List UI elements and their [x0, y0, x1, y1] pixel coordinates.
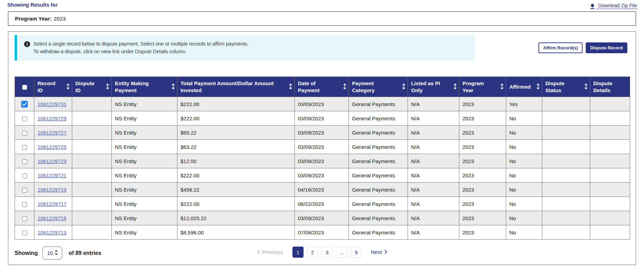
table-row: 1061229719NS Entity$456.2204/16/2023Gene… — [15, 183, 630, 197]
column-label: Listed as PI Only — [411, 80, 442, 94]
category-cell: General Payments — [349, 154, 408, 168]
column-label: Affirmed — [509, 83, 531, 90]
category-cell: General Payments — [349, 225, 408, 240]
previous-label[interactable]: Previous — [262, 249, 283, 255]
sort-icon[interactable] — [402, 83, 405, 90]
download-zip-link[interactable]: Download Zip File — [590, 2, 637, 10]
program-year-cell: 2023 — [459, 211, 506, 225]
pi-only-cell: N/A — [408, 140, 459, 154]
program-year-value: 2023 — [54, 16, 66, 22]
column-header-program-year[interactable]: Program Year — [459, 77, 506, 97]
page-size-stepper[interactable]: 10 — [42, 247, 62, 259]
affirm-records-button[interactable]: Affirm Record(s) — [538, 42, 583, 53]
stepper-arrows-icon[interactable] — [55, 250, 58, 256]
record-id-link[interactable]: 1061229727 — [37, 130, 66, 136]
column-label: Dispute Status — [545, 80, 568, 94]
dispute-record-button[interactable]: Dispute Record — [586, 42, 627, 53]
program-year-label: Program Year: — [15, 16, 52, 22]
column-header-inner: Date of Payment — [298, 80, 346, 94]
checkbox-cell — [15, 197, 34, 211]
checkbox-cell — [15, 154, 34, 168]
record-id-cell: 1061229723 — [34, 154, 72, 168]
column-header-inner: Listed as PI Only — [411, 80, 457, 94]
pi-only-cell: N/A — [408, 126, 459, 140]
record-id-cell: 1061229713 — [34, 225, 72, 240]
row-checkbox[interactable] — [22, 216, 27, 221]
record-id-link[interactable]: 1061229713 — [37, 230, 66, 235]
dispute-details-cell — [590, 168, 630, 183]
record-id-link[interactable]: 1061229725 — [37, 144, 66, 150]
sort-icon[interactable] — [343, 83, 346, 90]
column-header-inner: Program Year — [462, 80, 504, 94]
column-header-dispute-status[interactable]: Dispute Status — [542, 77, 590, 97]
row-checkbox[interactable] — [22, 159, 27, 164]
page-3-button[interactable]: 3 — [321, 247, 333, 258]
sort-icon[interactable] — [289, 83, 292, 90]
pagination-previous[interactable]: Previous — [257, 249, 283, 255]
records-table: Record IDDispute IDEntity Making Payment… — [15, 77, 630, 240]
pagination-next[interactable]: Next — [371, 249, 387, 255]
checkbox-cell — [15, 97, 34, 111]
sort-icon[interactable] — [536, 83, 540, 90]
dispute-details-cell — [590, 97, 630, 111]
next-label[interactable]: Next — [371, 249, 382, 255]
sort-icon[interactable] — [106, 83, 109, 90]
row-checkbox-checked[interactable] — [21, 101, 28, 107]
column-header-listed-as-pi-only[interactable]: Listed as PI Only — [408, 77, 459, 97]
page-9-button[interactable]: 9 — [351, 247, 362, 258]
table-row: 1061229731NS Entity$222.0003/09/2023Gene… — [15, 97, 630, 111]
record-id-link[interactable]: 1061229729 — [37, 115, 66, 121]
column-header-affirmed[interactable]: Affirmed — [506, 77, 542, 97]
info-banner-text: Select a single record below to dispute … — [33, 40, 249, 55]
row-checkbox[interactable] — [22, 145, 27, 150]
checkbox-cell — [15, 126, 34, 140]
record-id-link[interactable]: 1061229721 — [37, 172, 66, 178]
dispute-status-cell — [542, 154, 590, 168]
record-id-link[interactable]: 1061229715 — [37, 215, 66, 221]
sort-icon[interactable] — [453, 83, 457, 90]
entity-cell: NS Entity — [112, 211, 177, 225]
row-checkbox[interactable] — [22, 117, 27, 121]
record-id-link[interactable]: 1061229717 — [37, 201, 66, 207]
column-header-total-payment-amount-dollar-amount-invested[interactable]: Total Payment Amount/Dollar Amount Inves… — [177, 77, 295, 97]
table-row: 1061229725NS Entity$63.2203/09/2023Gener… — [15, 140, 630, 154]
amount-cell: $222.00 — [177, 97, 295, 111]
dispute-details-cell — [590, 225, 630, 240]
column-header-date-of-payment[interactable]: Date of Payment — [295, 77, 349, 97]
record-id-link[interactable]: 1061229723 — [37, 158, 66, 164]
affirmed-cell: Yes — [506, 97, 542, 111]
row-checkbox[interactable] — [22, 188, 27, 193]
affirmed-cell: No — [506, 197, 542, 211]
action-buttons: Affirm Record(s) Dispute Record — [538, 42, 627, 53]
page-ellipsis-button[interactable]: ... — [336, 247, 347, 258]
program-year-cell: 2023 — [459, 111, 506, 126]
row-checkbox[interactable] — [22, 131, 27, 136]
row-checkbox[interactable] — [22, 231, 27, 235]
select-all-checkbox[interactable] — [22, 85, 27, 90]
program-year-cell: 2023 — [459, 197, 506, 211]
category-cell: General Payments — [349, 211, 408, 225]
page-1-button[interactable]: 1 — [292, 247, 303, 258]
date-cell: 03/09/2023 — [295, 140, 349, 154]
pi-only-cell: N/A — [408, 225, 459, 240]
column-header-payment-category[interactable]: Payment Category — [349, 77, 408, 97]
sort-icon[interactable] — [584, 83, 588, 90]
pi-only-cell: N/A — [408, 97, 459, 111]
dispute-status-cell — [542, 168, 590, 183]
sort-icon[interactable] — [500, 83, 504, 90]
column-header-dispute-id[interactable]: Dispute ID — [72, 77, 112, 97]
chevron-left-icon — [257, 249, 260, 255]
entity-cell: NS Entity — [112, 126, 177, 140]
row-checkbox[interactable] — [22, 202, 27, 207]
column-header-record-id[interactable]: Record ID — [34, 77, 72, 97]
showing-group: Showing 10 of 89 entries — [15, 247, 101, 259]
row-checkbox[interactable] — [22, 174, 27, 178]
page-2-button[interactable]: 2 — [307, 247, 318, 258]
sort-icon[interactable] — [172, 83, 175, 90]
column-header-entity-making-payment[interactable]: Entity Making Payment — [112, 77, 177, 97]
record-id-link[interactable]: 1061229719 — [37, 187, 66, 193]
download-link-label[interactable]: Download Zip File — [596, 3, 637, 9]
record-id-link[interactable]: 1061229731 — [37, 101, 66, 107]
table-row: 1061229715NS Entity$12,025.2203/09/2023G… — [15, 211, 630, 225]
sort-icon[interactable] — [66, 83, 70, 90]
